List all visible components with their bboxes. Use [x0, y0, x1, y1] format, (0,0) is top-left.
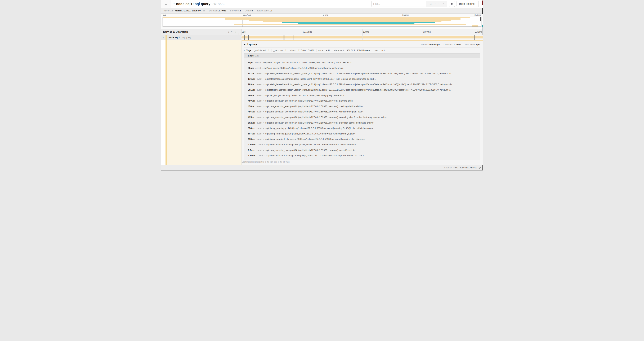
tags-row[interactable]: › Tags: _unfinished=1_verbose=1client=12… [242, 48, 482, 53]
chevron-right-icon: › [244, 49, 244, 52]
divider [271, 49, 272, 52]
equals-sign: = [263, 121, 264, 124]
equals-sign: = [263, 89, 264, 92]
span-collapse-chevron-icon[interactable]: › [162, 35, 164, 40]
equals-sign: = [263, 138, 264, 141]
copy-link-icon[interactable] [478, 166, 481, 169]
tag-key: statement [334, 49, 344, 52]
chevron-right-icon: › [246, 72, 246, 75]
trace-title-group: › node sql1: sql query 7418682 [173, 2, 226, 6]
log-entry[interactable]: ›366μs:event=‹sql/plan_opt.go:358 [nsql1… [246, 94, 478, 97]
service-color-accent [166, 40, 167, 165]
detail-operation-title: sql query [244, 43, 257, 46]
tick-label: 2.79ms [474, 14, 481, 16]
equals-sign: = [263, 149, 264, 152]
tick-label: 1.4ms [323, 14, 328, 16]
collapse-one-icon[interactable]: › [224, 31, 227, 32]
log-field-value: ‹sql/conn_executor_exec.go:684 [nsql1,cl… [266, 143, 356, 146]
collapse-all-icon[interactable]: » [230, 31, 233, 33]
locate-icon[interactable]: ◎ [430, 3, 432, 5]
minimap-right-scrubber[interactable] [480, 17, 481, 21]
minimap-canvas[interactable] [162, 17, 482, 27]
tick-label: 697.75μs [302, 31, 312, 33]
log-field-value: ‹sql/conn_executor_exec.go:684 [nsql1,cl… [264, 105, 362, 108]
log-entry[interactable]: ›459μs:event=‹sql/conn_executor_exec.go:… [246, 99, 478, 102]
minimap-span-bar [249, 20, 451, 21]
log-timestamp: 34μs: [248, 61, 254, 64]
log-field-name: event [256, 94, 262, 97]
log-field-name: event [256, 149, 262, 152]
divider [228, 10, 228, 12]
logs-header[interactable]: › Logs (18) [244, 53, 480, 58]
keyboard-shortcuts-button[interactable]: ⌘ [449, 1, 455, 7]
tick-label: 697.75μs [243, 14, 251, 16]
collapse-trace-chevron-icon[interactable]: › [172, 3, 176, 4]
log-field-name: event [256, 110, 262, 113]
log-entry[interactable]: ›486μs:event=‹sql/conn_executor_exec.go:… [246, 110, 478, 113]
log-entry[interactable]: ›34μs:event=‹sql/exec_util.go:2297 [nsql… [246, 61, 478, 64]
chevron-right-icon: › [246, 89, 246, 92]
column-resizer-handle[interactable]: ∥ [238, 32, 240, 35]
log-entry[interactable]: ›189μs:event=‹sql/catalog/lease/descript… [246, 83, 478, 86]
log-entry[interactable]: ›201μs:event=‹sql/catalog/lease/descript… [246, 88, 478, 92]
log-field-value: ‹sql/distsql_running.go:1420 [nsql1,clie… [264, 127, 374, 130]
log-timestamp: 2.79ms: [248, 154, 256, 157]
view-selector-button[interactable]: Trace Timeline › [456, 1, 479, 7]
log-field-value: ‹sql/catalog/lease/descriptor_version_st… [264, 88, 451, 91]
equals-sign: = [263, 94, 264, 97]
log-entry[interactable]: ›597μs:event=‹sql/distsql_running.go:498… [246, 132, 478, 135]
log-timestamp: 476μs: [248, 105, 255, 108]
equals-sign: = [263, 110, 264, 113]
tick-label: 2.09ms [423, 31, 431, 33]
expand-all-icon[interactable]: » [235, 31, 236, 33]
tag-key: node [318, 49, 324, 52]
duration-value: 2.79ms [454, 43, 461, 46]
log-field-value: ‹sql/conn_executor_exec.go:684 [nsql1,cl… [264, 149, 355, 152]
log-marker-tick [259, 35, 259, 40]
log-entry[interactable]: ›2.79ms:event=‹sql/conn_executor_exec.go… [246, 154, 478, 157]
next-result-icon[interactable]: › [438, 4, 440, 4]
clear-search-icon[interactable]: × [442, 3, 444, 5]
gridline [362, 29, 362, 35]
log-entry[interactable]: ›574μs:event=‹sql/distsql_running.go:142… [246, 127, 478, 130]
previous-result-icon[interactable]: › [434, 4, 436, 4]
equals-sign: = [379, 49, 380, 52]
log-field-name: event [256, 138, 262, 141]
find-input[interactable] [372, 1, 426, 7]
span-row-name-cell[interactable]: › node sql1 sql query [161, 35, 242, 40]
log-field-name: event [256, 88, 262, 91]
back-button[interactable]: ← [161, 0, 171, 8]
service-operation-header: Service & Operation › › » » ∥ [161, 29, 242, 35]
log-entry[interactable]: ›476μs:event=‹sql/conn_executor_exec.go:… [246, 105, 478, 108]
chevron-right-icon: › [246, 83, 246, 86]
log-entry[interactable]: ›678μs:event=‹sql/distsql_physical_plann… [246, 138, 478, 141]
log-entry[interactable]: ›495μs:event=‹sql/conn_executor_exec.go:… [246, 116, 478, 119]
log-field-name: event [256, 116, 262, 119]
equals-sign: = [263, 105, 264, 108]
expand-one-icon[interactable]: › [228, 31, 229, 33]
service-label: Service: [420, 43, 429, 46]
log-entry[interactable]: ›176μs:event=‹sql/catalog/descs/descript… [246, 78, 478, 81]
tag-value: sql1 [326, 49, 330, 52]
expanded-row-background [167, 40, 242, 165]
log-timestamp: 574μs: [248, 127, 255, 130]
equals-sign: = [263, 100, 264, 102]
divider [316, 49, 316, 52]
tag-key: _verbose [273, 49, 282, 52]
equals-sign: = [324, 49, 325, 52]
chevron-right-icon: › [246, 127, 246, 130]
log-marker-tick [475, 35, 476, 40]
log-entry[interactable]: ›80μs:event=‹sql/plan_opt.go:358 [nsql1,… [246, 67, 478, 70]
log-entry[interactable]: ›2.69ms:event=‹sql/conn_executor_exec.go… [246, 143, 478, 146]
chevron-right-icon: › [246, 138, 246, 141]
timeline-column-headers: Service & Operation › › » » ∥ 0μs697.75μ… [161, 29, 483, 35]
log-field-value: ‹sql/conn_executor_exec.go:684 [nsql1,cl… [264, 99, 353, 102]
tags-label: Tags: [246, 49, 252, 52]
log-entry[interactable]: ›502μs:event=‹sql/conn_executor_exec.go:… [246, 121, 478, 124]
chevron-right-icon: › [246, 116, 246, 119]
detail-left-column [161, 40, 242, 165]
log-entry[interactable]: ›142μs:event=‹sql/catalog/lease/descript… [246, 72, 478, 75]
equals-sign: = [344, 49, 346, 52]
log-entry[interactable]: ›2.7ms:event=‹sql/conn_executor_exec.go:… [246, 149, 478, 152]
tag-value: 1 [285, 49, 286, 52]
